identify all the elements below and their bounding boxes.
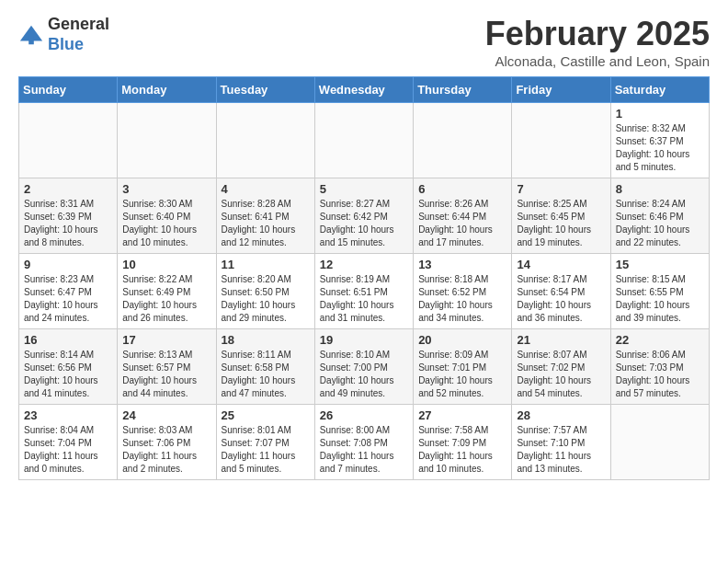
table-row: 4Sunrise: 8:28 AM Sunset: 6:41 PM Daylig…: [216, 178, 314, 254]
table-row: 13Sunrise: 8:18 AM Sunset: 6:52 PM Dayli…: [414, 254, 512, 329]
day-info: Sunrise: 8:20 AM Sunset: 6:50 PM Dayligh…: [222, 273, 310, 325]
col-wednesday: Wednesday: [314, 77, 413, 103]
table-row: 11Sunrise: 8:20 AM Sunset: 6:50 PM Dayli…: [216, 254, 314, 329]
day-info: Sunrise: 8:32 AM Sunset: 6:37 PM Dayligh…: [616, 122, 704, 174]
table-row: [216, 103, 314, 178]
day-info: Sunrise: 8:01 AM Sunset: 7:07 PM Dayligh…: [222, 424, 310, 476]
col-friday: Friday: [512, 77, 610, 103]
logo-blue-text: Blue: [48, 35, 84, 53]
day-number: 9: [24, 258, 112, 271]
day-number: 26: [320, 408, 408, 422]
day-info: Sunrise: 8:26 AM Sunset: 6:44 PM Dayligh…: [418, 198, 506, 249]
table-row: 15Sunrise: 8:15 AM Sunset: 6:55 PM Dayli…: [610, 254, 709, 329]
location: Alconada, Castille and Leon, Spain: [485, 53, 710, 69]
table-row: 18Sunrise: 8:11 AM Sunset: 6:58 PM Dayli…: [216, 329, 314, 405]
table-row: 6Sunrise: 8:26 AM Sunset: 6:44 PM Daylig…: [414, 178, 512, 254]
day-number: 14: [517, 258, 605, 271]
table-row: 10Sunrise: 8:22 AM Sunset: 6:49 PM Dayli…: [118, 254, 216, 329]
table-row: 12Sunrise: 8:19 AM Sunset: 6:51 PM Dayli…: [314, 254, 413, 329]
table-row: 26Sunrise: 8:00 AM Sunset: 7:08 PM Dayli…: [314, 405, 413, 480]
table-row: [118, 103, 216, 178]
day-number: 12: [320, 258, 408, 271]
table-row: 14Sunrise: 8:17 AM Sunset: 6:54 PM Dayli…: [512, 254, 610, 329]
table-row: 20Sunrise: 8:09 AM Sunset: 7:01 PM Dayli…: [414, 329, 512, 405]
table-row: 8Sunrise: 8:24 AM Sunset: 6:46 PM Daylig…: [610, 178, 709, 254]
table-row: 22Sunrise: 8:06 AM Sunset: 7:03 PM Dayli…: [610, 329, 709, 405]
table-row: 1Sunrise: 8:32 AM Sunset: 6:37 PM Daylig…: [610, 103, 709, 178]
day-number: 25: [222, 408, 310, 422]
day-info: Sunrise: 7:58 AM Sunset: 7:09 PM Dayligh…: [418, 424, 506, 476]
day-info: Sunrise: 8:11 AM Sunset: 6:58 PM Dayligh…: [222, 349, 310, 400]
table-row: [610, 405, 709, 480]
day-info: Sunrise: 8:17 AM Sunset: 6:54 PM Dayligh…: [517, 273, 605, 325]
day-number: 8: [616, 182, 704, 196]
day-number: 7: [517, 182, 605, 196]
table-row: 16Sunrise: 8:14 AM Sunset: 6:56 PM Dayli…: [19, 329, 118, 405]
table-row: 21Sunrise: 8:07 AM Sunset: 7:02 PM Dayli…: [512, 329, 610, 405]
day-number: 27: [418, 408, 506, 422]
day-number: 21: [517, 333, 605, 347]
day-number: 5: [320, 182, 408, 196]
table-row: [314, 103, 413, 178]
day-number: 3: [122, 182, 210, 196]
day-info: Sunrise: 8:19 AM Sunset: 6:51 PM Dayligh…: [320, 273, 408, 325]
day-number: 23: [24, 408, 112, 422]
calendar-table: Sunday Monday Tuesday Wednesday Thursday…: [18, 76, 710, 480]
logo: General Blue: [18, 15, 109, 54]
table-row: [19, 103, 118, 178]
svg-rect-2: [28, 36, 34, 44]
table-row: 24Sunrise: 8:03 AM Sunset: 7:06 PM Dayli…: [118, 405, 216, 480]
table-row: 5Sunrise: 8:27 AM Sunset: 6:42 PM Daylig…: [314, 178, 413, 254]
day-info: Sunrise: 8:10 AM Sunset: 7:00 PM Dayligh…: [320, 349, 408, 400]
day-number: 10: [122, 258, 210, 271]
day-number: 16: [24, 333, 112, 347]
day-info: Sunrise: 8:24 AM Sunset: 6:46 PM Dayligh…: [616, 198, 704, 249]
day-number: 13: [418, 258, 506, 271]
day-info: Sunrise: 8:13 AM Sunset: 6:57 PM Dayligh…: [122, 349, 210, 400]
day-info: Sunrise: 8:27 AM Sunset: 6:42 PM Dayligh…: [320, 198, 408, 249]
day-info: Sunrise: 8:03 AM Sunset: 7:06 PM Dayligh…: [122, 424, 210, 476]
table-row: 7Sunrise: 8:25 AM Sunset: 6:45 PM Daylig…: [512, 178, 610, 254]
day-number: 17: [122, 333, 210, 347]
day-info: Sunrise: 8:23 AM Sunset: 6:47 PM Dayligh…: [24, 273, 112, 325]
table-row: 27Sunrise: 7:58 AM Sunset: 7:09 PM Dayli…: [414, 405, 512, 480]
col-saturday: Saturday: [610, 77, 709, 103]
logo-icon: [18, 22, 44, 48]
table-row: [512, 103, 610, 178]
table-row: 17Sunrise: 8:13 AM Sunset: 6:57 PM Dayli…: [118, 329, 216, 405]
title-block: February 2025 Alconada, Castille and Leo…: [485, 15, 710, 69]
table-row: 28Sunrise: 7:57 AM Sunset: 7:10 PM Dayli…: [512, 405, 610, 480]
table-row: [414, 103, 512, 178]
day-info: Sunrise: 8:31 AM Sunset: 6:39 PM Dayligh…: [24, 198, 112, 249]
day-info: Sunrise: 8:04 AM Sunset: 7:04 PM Dayligh…: [24, 424, 112, 476]
day-number: 20: [418, 333, 506, 347]
day-number: 11: [222, 258, 310, 271]
logo-general-text: General: [48, 15, 109, 33]
day-info: Sunrise: 8:28 AM Sunset: 6:41 PM Dayligh…: [222, 198, 310, 249]
day-info: Sunrise: 8:30 AM Sunset: 6:40 PM Dayligh…: [122, 198, 210, 249]
day-number: 6: [418, 182, 506, 196]
table-row: 2Sunrise: 8:31 AM Sunset: 6:39 PM Daylig…: [19, 178, 118, 254]
day-number: 18: [222, 333, 310, 347]
table-row: 23Sunrise: 8:04 AM Sunset: 7:04 PM Dayli…: [19, 405, 118, 480]
col-sunday: Sunday: [19, 77, 118, 103]
day-info: Sunrise: 8:22 AM Sunset: 6:49 PM Dayligh…: [122, 273, 210, 325]
col-monday: Monday: [118, 77, 216, 103]
day-info: Sunrise: 8:18 AM Sunset: 6:52 PM Dayligh…: [418, 273, 506, 325]
table-row: 19Sunrise: 8:10 AM Sunset: 7:00 PM Dayli…: [314, 329, 413, 405]
day-info: Sunrise: 8:00 AM Sunset: 7:08 PM Dayligh…: [320, 424, 408, 476]
table-row: 25Sunrise: 8:01 AM Sunset: 7:07 PM Dayli…: [216, 405, 314, 480]
col-tuesday: Tuesday: [216, 77, 314, 103]
day-number: 1: [616, 107, 704, 121]
day-number: 24: [122, 408, 210, 422]
day-info: Sunrise: 7:57 AM Sunset: 7:10 PM Dayligh…: [517, 424, 605, 476]
day-info: Sunrise: 8:25 AM Sunset: 6:45 PM Dayligh…: [517, 198, 605, 249]
day-info: Sunrise: 8:09 AM Sunset: 7:01 PM Dayligh…: [418, 349, 506, 400]
day-number: 2: [24, 182, 112, 196]
day-number: 28: [517, 408, 605, 422]
day-number: 19: [320, 333, 408, 347]
month-title: February 2025: [485, 15, 710, 53]
col-thursday: Thursday: [414, 77, 512, 103]
day-info: Sunrise: 8:15 AM Sunset: 6:55 PM Dayligh…: [616, 273, 704, 325]
day-info: Sunrise: 8:07 AM Sunset: 7:02 PM Dayligh…: [517, 349, 605, 400]
